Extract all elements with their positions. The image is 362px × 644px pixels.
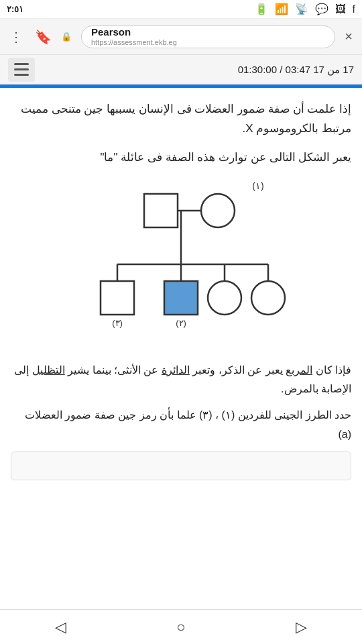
back-button[interactable]: ◁ [39, 613, 82, 641]
nav-info: 17 من 17 03:47 / 01:30:00 [238, 64, 354, 76]
svg-point-15 [251, 281, 285, 315]
menu-button[interactable] [8, 58, 35, 82]
question-text-1: إذا علمت أن صفة ضمور العضلات فى الإنسان … [11, 100, 351, 139]
svg-rect-7 [101, 281, 134, 315]
status-bar: ٢:٥١ 🔋 📶 📡 💬 🖼 f [0, 0, 362, 19]
svg-text:(٣): (٣) [112, 318, 123, 328]
svg-rect-1 [144, 194, 178, 227]
page-title: Pearson [91, 26, 325, 38]
browser-toolbar: ⋮ 🔖 🔒 Pearson https://assessment.ekb.eg … [0, 19, 362, 55]
signal-icon: 📶 [275, 3, 288, 15]
facebook-icon: f [353, 3, 355, 15]
question-text-2: يعبر الشكل التالى عن توارث هذه الصفة فى … [11, 148, 351, 168]
pedigree-svg: (١) (٣) (٢) [74, 177, 288, 352]
menu-line-2 [14, 68, 29, 70]
page-url: https://assessment.ekb.eg [91, 38, 325, 47]
menu-line-1 [14, 63, 29, 65]
square-label: المربع [286, 364, 312, 376]
lock-icon: 🔒 [61, 32, 72, 42]
circle-label: الدائرة [162, 364, 190, 376]
svg-point-13 [208, 281, 241, 315]
wifi-icon: 📡 [295, 3, 308, 15]
answer-box[interactable] [11, 451, 351, 480]
messenger-icon: 💬 [315, 3, 328, 15]
close-button[interactable]: × [342, 26, 355, 47]
content-area: إذا علمت أن صفة ضمور العضلات فى الإنسان … [0, 88, 362, 487]
svg-point-2 [201, 194, 235, 227]
battery-icon: 🔋 [255, 3, 268, 15]
home-button[interactable]: ○ [160, 613, 201, 641]
status-time: ٢:٥١ [7, 4, 23, 14]
address-bar[interactable]: Pearson https://assessment.ekb.eg [81, 25, 335, 48]
more-options-button[interactable]: ⋮ [7, 26, 25, 48]
status-icons: 🔋 📶 📡 💬 🖼 f [255, 3, 355, 15]
gallery-icon: 🖼 [335, 3, 346, 15]
shading-label: التظليل [32, 364, 65, 376]
menu-line-3 [14, 74, 29, 76]
svg-rect-10 [164, 281, 198, 315]
nav-bar: 17 من 17 03:47 / 01:30:00 [0, 55, 362, 85]
forward-button[interactable]: ▷ [280, 613, 323, 641]
pedigree-diagram: (١) (٣) (٢) [11, 177, 351, 352]
answer-text-1: فإذا كان المربع يعبر عن الذكر، وتعبر الد… [11, 361, 351, 400]
svg-text:(١): (١) [252, 180, 263, 191]
svg-text:(٢): (٢) [176, 318, 186, 328]
bookmark-button[interactable]: 🔖 [32, 26, 54, 48]
bottom-nav: ◁ ○ ▷ [0, 609, 362, 644]
question-text-3: حدد الطرز الجينى للفردين (١) ، (٣) علما … [11, 406, 351, 445]
